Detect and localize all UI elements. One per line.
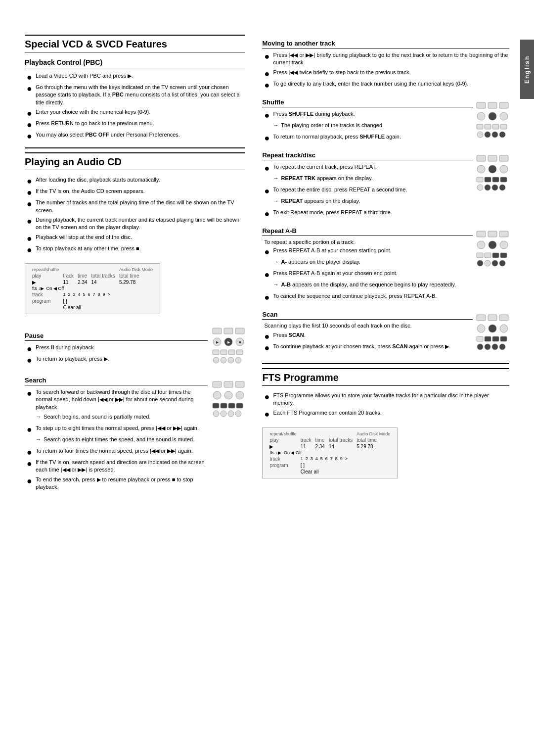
list-item: ●To exit Repeat mode, press REPEAT a thi… <box>264 209 473 218</box>
list-item: ●Each FTS Programme can contain 20 track… <box>264 409 509 419</box>
remote-svg: ▶ ▶ ■ <box>212 327 245 364</box>
svg-rect-26 <box>236 403 243 408</box>
svg-point-34 <box>477 112 485 120</box>
bullet-icon: ● <box>264 111 271 120</box>
bullet-icon: ● <box>27 476 34 485</box>
list-item: ●To return to playback, press ▶. <box>27 355 208 365</box>
pause-section: Pause ●Press II during playback. ●To ret… <box>25 327 208 369</box>
svg-point-29 <box>228 411 234 417</box>
svg-point-35 <box>489 112 496 120</box>
svg-point-27 <box>213 411 219 417</box>
bullet-icon: ● <box>27 245 34 254</box>
svg-rect-81 <box>492 336 499 341</box>
svg-rect-9 <box>213 350 219 355</box>
svg-point-70 <box>485 260 490 266</box>
svg-rect-1 <box>224 328 233 334</box>
bullet-icon: ● <box>27 217 34 226</box>
scan-list: ●Press SCAN. ●To continue playback at yo… <box>262 331 473 352</box>
svg-rect-11 <box>228 350 235 355</box>
list-item: ●To cancel the sequence and continue pla… <box>264 292 473 302</box>
table-row: track 1 2 3 4 5 6 7 8 9 > <box>267 456 392 462</box>
svg-point-84 <box>485 344 490 350</box>
table-row: Clear all <box>267 469 392 475</box>
svg-point-64 <box>500 241 508 249</box>
svg-rect-65 <box>477 253 483 258</box>
svg-rect-23 <box>213 403 219 408</box>
search-remote-svg <box>212 380 245 418</box>
svg-point-15 <box>228 357 234 363</box>
pause-title: Pause <box>25 332 208 341</box>
list-item: ●Press SHUFFLE during playback. <box>264 110 473 120</box>
svg-rect-19 <box>235 381 244 387</box>
right-column: Moving to another track ●Press |◀◀ or ▶▶… <box>257 35 509 721</box>
pbc-bullet-list: ●Load a Video CD with PBC and press ▶. ●… <box>25 72 245 141</box>
svg-point-69 <box>477 260 483 266</box>
bullet-icon: ● <box>264 270 271 279</box>
list-item: ●After loading the disc, playback starts… <box>27 176 245 186</box>
svg-rect-10 <box>221 350 227 355</box>
repeat-track-title: Repeat track/disc <box>262 151 473 160</box>
svg-point-22 <box>236 391 244 399</box>
bullet-icon: ● <box>27 234 34 243</box>
list-item: ●During playback, the current track numb… <box>27 216 245 232</box>
fts-display: repeat/shuffle Audio Disk Mode play trac… <box>262 427 398 478</box>
svg-point-16 <box>235 357 241 363</box>
section-divider <box>25 147 245 148</box>
svg-rect-31 <box>477 102 486 108</box>
list-item: ●Press SCAN. <box>264 331 473 341</box>
pbc-section-title: Playback Control (PBC) <box>25 58 245 68</box>
bullet-icon: ● <box>27 84 34 93</box>
repeat-ab-title: Repeat A-B <box>262 227 473 236</box>
playing-audio-list: ●After loading the disc, playback starts… <box>25 176 245 254</box>
bullet-icon: ● <box>27 389 34 398</box>
svg-point-71 <box>492 260 498 266</box>
svg-rect-12 <box>236 350 243 355</box>
repeat-ab-remote-svg <box>476 230 509 267</box>
svg-rect-82 <box>500 336 507 341</box>
search-remote-diagram <box>212 380 245 419</box>
bullet-icon: ● <box>264 164 271 173</box>
list-item: ●Press REPEAT A-B at your chosen startin… <box>264 247 473 256</box>
svg-point-28 <box>221 411 226 417</box>
svg-point-77 <box>489 325 496 332</box>
bullet-icon: ● <box>264 69 271 78</box>
svg-rect-60 <box>488 231 497 237</box>
scan-intro: Scanning plays the first 10 seconds of e… <box>264 323 473 329</box>
search-title: Search <box>25 377 208 385</box>
table-row: track 1 2 3 4 5 6 7 8 9 > <box>30 291 155 298</box>
bullet-icon: ● <box>264 52 271 61</box>
table-row: ▶ 11 2.34 14 5.29.78 <box>30 279 155 285</box>
list-item: ●→ Search goes to eight times the speed,… <box>27 436 208 445</box>
bullet-icon: ● <box>27 356 34 365</box>
svg-rect-75 <box>499 315 508 321</box>
svg-point-72 <box>499 260 505 266</box>
table-row: Clear all <box>30 304 155 311</box>
bullet-icon: ● <box>264 247 271 256</box>
list-item: ●To repeat the current track, press REPE… <box>264 163 473 173</box>
list-item: ●→ REPEAT appears on the display. <box>264 197 473 207</box>
svg-rect-39 <box>492 124 499 129</box>
list-item: ●Press REPEAT A-B again at your chosen e… <box>264 270 473 279</box>
svg-point-49 <box>489 165 496 173</box>
svg-point-78 <box>500 325 508 332</box>
repeat-ab-section: Repeat A-B To repeat a specific portion … <box>262 222 473 306</box>
shuffle-list: ●Press SHUFFLE during playback. ●→ The p… <box>262 110 473 142</box>
bullet-icon: ● <box>264 332 271 341</box>
svg-rect-73 <box>477 315 486 321</box>
list-item: ●→ Search begins, and sound is partially… <box>27 413 208 423</box>
bullet-icon: ● <box>264 81 271 90</box>
svg-rect-0 <box>213 328 222 334</box>
svg-rect-2 <box>235 328 244 334</box>
repeat-track-list: ●To repeat the current track, press REPE… <box>262 163 473 218</box>
list-item: ●To end the search, press ▶ to resume pl… <box>27 476 208 491</box>
svg-rect-68 <box>500 253 507 258</box>
list-item: ●Enter your choice with the numerical ke… <box>27 108 245 118</box>
bullet-icon: ● <box>264 209 271 218</box>
repeat-track-section: Repeat track/disc ●To repeat the current… <box>262 146 473 222</box>
table-row: fts ↓▶ On ◀ Off <box>267 450 392 456</box>
list-item: ●Press II during playback. <box>27 344 208 353</box>
list-item: ●To repeat the entire disc, press REPEAT… <box>264 186 473 195</box>
fts-display-table: repeat/shuffle Audio Disk Mode play trac… <box>267 431 392 475</box>
list-item: ●→ A-B appears on the display, and the s… <box>264 281 473 290</box>
svg-point-36 <box>500 112 508 120</box>
